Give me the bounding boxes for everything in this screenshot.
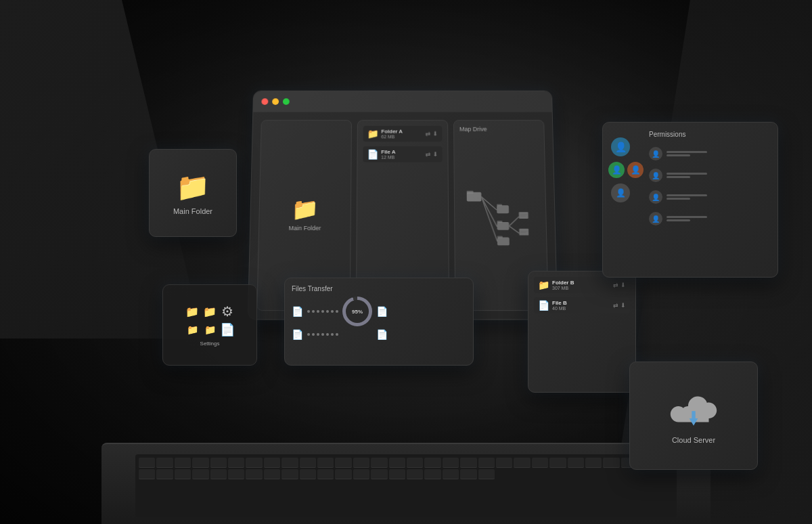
transfer-file-icon-3: 📄 xyxy=(292,329,303,340)
folder-a-actions: ⇄ ⬇ xyxy=(426,131,438,137)
key-45 xyxy=(389,469,405,479)
laptop-keyboard xyxy=(135,454,677,517)
panel-main-folder[interactable]: 📁 Main Folder xyxy=(149,149,237,237)
folder-b-actions: ⇄ ⬇ xyxy=(613,282,626,288)
folder-a-item[interactable]: 📁 Folder A 62 MB ⇄ ⬇ xyxy=(363,126,443,141)
settings-label: Settings xyxy=(200,341,220,347)
dot-8 xyxy=(307,333,310,336)
key-47 xyxy=(424,469,441,479)
main-folder-icon: 📁 xyxy=(176,171,210,203)
transfer-row-1: 📄 95% 📄 xyxy=(292,297,466,326)
key-3 xyxy=(175,458,191,468)
key-26 xyxy=(585,458,602,468)
file-icon-settings: 📄 xyxy=(220,322,235,337)
key-4 xyxy=(192,458,208,468)
key-22 xyxy=(514,458,530,468)
svg-rect-1 xyxy=(467,191,474,194)
svg-line-11 xyxy=(509,217,519,226)
file-b-share-icon[interactable]: ⇄ xyxy=(613,302,618,309)
dot-4 xyxy=(321,310,324,313)
key-40 xyxy=(300,469,316,479)
map-drive-title: Map Drive xyxy=(459,126,539,133)
file-b-item[interactable]: 📄 File B 40 MB ⇄ ⬇ xyxy=(534,297,630,313)
panel-files-transfer[interactable]: Files Transfer 📄 95% 📄 📄 xyxy=(284,278,474,366)
gear-icon: ⚙ xyxy=(221,303,233,320)
folder-icon-2: 📁 xyxy=(203,305,217,318)
file-a-item[interactable]: 📄 File A 12 MB ⇄ ⬇ xyxy=(363,146,442,162)
file-b-info: File B 40 MB xyxy=(552,300,567,311)
svg-rect-9 xyxy=(497,238,510,246)
settings-icons-grid: 📁 📁 ⚙ 📁 📁 📄 xyxy=(185,303,235,337)
window-dot-red[interactable] xyxy=(261,98,268,105)
key-15 xyxy=(389,458,405,468)
file-a-download-icon[interactable]: ⬇ xyxy=(433,151,438,158)
permission-row-1: 👤 xyxy=(649,145,769,162)
folder-a-download-icon[interactable]: ⬇ xyxy=(432,131,438,137)
perm-avatar-1: 👤 xyxy=(649,147,662,160)
key-19 xyxy=(460,458,476,468)
transfer-row-2: 📄 📄 xyxy=(292,329,466,340)
panel-permissions[interactable]: 👤 👤 👤 👤 Permissions 👤 👤 xyxy=(602,122,778,278)
permissions-avatars-left: 👤 👤 👤 👤 xyxy=(611,131,644,269)
folder-b-item[interactable]: 📁 Folder B 307 MB ⇄ ⬇ xyxy=(534,277,630,293)
panel-cloud-server[interactable]: Cloud Server xyxy=(629,362,758,470)
dot-11 xyxy=(321,333,324,336)
cloud-server-svg xyxy=(663,388,724,431)
file-b-download-icon[interactable]: ⬇ xyxy=(621,302,626,309)
svg-rect-10 xyxy=(497,236,503,238)
file-a-left: 📄 File A 12 MB xyxy=(367,149,395,160)
avatar-admin: 👤 xyxy=(611,137,630,156)
key-36 xyxy=(228,469,244,479)
key-11 xyxy=(317,458,334,468)
files-transfer-title: Files Transfer xyxy=(292,285,466,292)
folder-b-share-icon[interactable]: ⇄ xyxy=(613,282,618,288)
permissions-content: 👤 👤 👤 👤 Permissions 👤 👤 xyxy=(611,131,769,269)
key-44 xyxy=(371,469,387,479)
dot-1 xyxy=(307,310,310,313)
dot-5 xyxy=(326,310,329,313)
perm-bars-4 xyxy=(667,216,707,221)
folder-b-icon: 📁 xyxy=(538,280,549,290)
transfer-dotted-line-2 xyxy=(307,333,338,336)
window-dot-green[interactable] xyxy=(283,98,290,105)
key-25 xyxy=(568,458,584,468)
folder-b-size: 307 MB xyxy=(552,286,574,290)
key-8 xyxy=(264,458,280,468)
window-titlebar xyxy=(253,91,551,112)
key-12 xyxy=(335,458,351,468)
key-7 xyxy=(246,458,262,468)
folder-a-info: Folder A 62 MB xyxy=(381,129,403,139)
panel-folder-b[interactable]: 📁 Folder B 307 MB ⇄ ⬇ 📄 File B 40 MB ⇄ ⬇ xyxy=(528,271,636,393)
svg-line-3 xyxy=(481,197,497,227)
permission-row-4: 👤 xyxy=(649,210,769,227)
perm-bar-2a xyxy=(667,173,707,175)
key-27 xyxy=(603,458,619,468)
svg-rect-8 xyxy=(497,221,502,223)
dot-7 xyxy=(336,310,338,313)
key-1 xyxy=(139,458,155,468)
file-a-size: 12 MB xyxy=(381,155,395,160)
perm-bar-2b xyxy=(667,176,690,178)
perm-avatar-4: 👤 xyxy=(649,212,662,225)
folder-b-download-icon[interactable]: ⬇ xyxy=(621,282,626,288)
svg-line-12 xyxy=(509,226,519,234)
panel-settings[interactable]: 📁 📁 ⚙ 📁 📁 📄 Settings xyxy=(162,284,257,366)
svg-rect-7 xyxy=(497,222,510,230)
file-a-share-icon[interactable]: ⇄ xyxy=(426,151,431,158)
transfer-file-icon-4: 📄 xyxy=(376,329,388,340)
dot-13 xyxy=(331,333,334,336)
key-43 xyxy=(353,469,369,479)
dot-14 xyxy=(336,333,338,336)
folder-a-share-icon[interactable]: ⇄ xyxy=(426,131,431,137)
avatar-user-1: 👤 xyxy=(608,162,625,178)
folder-b-info: Folder B 307 MB xyxy=(552,280,574,290)
key-48 xyxy=(443,469,459,479)
key-37 xyxy=(246,469,262,479)
file-b-name: File B xyxy=(552,300,567,306)
transfer-dotted-line-1 xyxy=(307,310,338,313)
avatar-user-3: 👤 xyxy=(611,183,630,202)
file-a-actions: ⇄ ⬇ xyxy=(426,151,438,158)
window-dot-yellow[interactable] xyxy=(272,98,279,105)
key-18 xyxy=(443,458,459,468)
perm-bars-3 xyxy=(667,194,707,200)
